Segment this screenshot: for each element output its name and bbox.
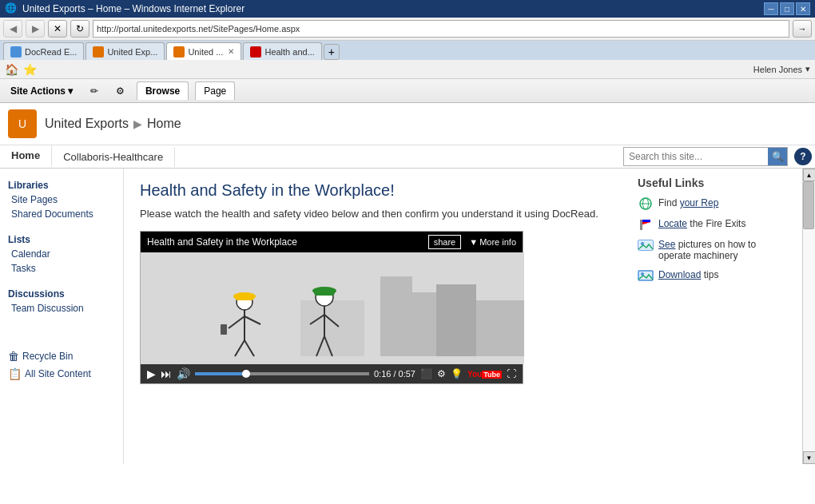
svg-line-11 [229,316,245,328]
browser-icon: 🌐 [5,2,18,15]
page-name: Home [147,117,181,131]
sidebar-item-recycle-bin[interactable]: 🗑 Recycle Bin [3,347,120,365]
sidebar-item-calendar[interactable]: Calendar [3,247,120,261]
recycle-bin-icon: 🗑 [8,350,19,363]
maximize-button[interactable]: □ [780,2,794,15]
svg-line-12 [245,316,260,324]
libraries-section[interactable]: Libraries [3,175,120,192]
breadcrumb-separator-icon: ▶ [133,117,142,130]
video-volume-button[interactable]: 🔊 [177,367,190,380]
sidebar-item-tasks[interactable]: Tasks [3,261,120,276]
new-tab-button[interactable]: + [324,44,340,60]
video-more-button[interactable]: ▼ More info [469,237,516,247]
find-rep-text: Find your Rep [658,197,718,208]
back-button[interactable]: ◀ [3,20,22,38]
content-heading: Health and Safety in the Workplace! [140,181,610,200]
window-controls: ─ □ ✕ [764,2,810,15]
scroll-up-button[interactable]: ▲ [803,169,816,181]
discussions-section[interactable]: Discussions [3,284,120,301]
svg-rect-29 [642,220,650,222]
nav-item-home[interactable]: Home [0,145,52,168]
ribbon-edit-icon[interactable]: ✏ [85,83,104,99]
video-cc-icon[interactable]: ⬛ [420,368,432,379]
useful-links-panel: Useful Links Find your Rep [626,169,802,464]
tab-label-united: United ... [188,47,223,57]
address-bar[interactable] [93,20,789,38]
flag-icon [638,218,654,231]
command-bar: 🏠 ⭐ Helen Jones ▾ [0,60,815,79]
all-site-icon: 📋 [8,367,22,380]
sidebar-item-team-discussion[interactable]: Team Discussion [3,301,120,315]
svg-text:U: U [18,117,26,130]
download-icon [638,269,654,282]
video-youtube-icon[interactable]: YouTube [467,370,502,379]
download-picture-icon [638,269,654,282]
home-icon[interactable]: 🏠 [5,63,18,76]
video-skip-button[interactable]: ⏭ [161,367,172,380]
minimize-button[interactable]: ─ [764,2,778,15]
video-progress-fill [195,372,242,375]
find-rep-link[interactable]: your Rep [680,197,719,208]
useful-link-locate: Locate the Fire Exits [638,218,791,231]
sp-site-header: U United Exports ▶ Home [0,103,815,145]
scroll-thumb[interactable] [803,181,814,229]
locate-text: Locate the Fire Exits [658,218,745,229]
ribbon-tab-page[interactable]: Page [195,81,235,100]
help-button[interactable]: ? [794,148,812,165]
video-share-button[interactable]: share [428,235,462,249]
user-name: Helen Jones [753,65,802,74]
refresh-button[interactable]: ↻ [70,20,89,38]
locate-icon [638,218,654,231]
tab-health[interactable]: Health and... [243,42,321,60]
svg-rect-4 [436,284,476,356]
tab-label-unitedexp: United Exp... [107,47,157,57]
tab-unitedexp[interactable]: United Exp... [85,42,165,60]
video-quality-icon[interactable]: 💡 [451,368,463,379]
sidebar-item-all-site-content[interactable]: 📋 All Site Content [3,365,120,383]
close-button[interactable]: ✕ [796,2,810,15]
sp-logo: U [8,109,37,138]
svg-rect-2 [380,276,412,356]
ribbon-tab-page-label: Page [204,85,226,97]
go-button[interactable]: → [793,20,812,38]
forward-button[interactable]: ▶ [26,20,45,38]
video-player: Health and Safety in the Workplace share… [140,231,523,384]
video-progress-bar[interactable] [195,372,369,375]
scroll-down-button[interactable]: ▼ [803,451,816,464]
download-link[interactable]: Download [658,269,701,280]
locate-link[interactable]: Locate [658,218,687,229]
ribbon-tab-browse-label: Browse [145,85,180,97]
lists-section[interactable]: Lists [3,229,120,247]
title-bar: 🌐 United Exports – Home – Windows Intern… [0,0,815,18]
useful-link-find-rep: Find your Rep [638,197,791,210]
useful-link-see: See pictures on how to operate machinery [638,239,791,261]
search-input[interactable] [624,148,768,165]
user-caret-icon[interactable]: ▾ [805,64,810,74]
site-actions-label: Site Actions [10,85,66,97]
browser-tabs: DocRead E... United Exp... United ... ✕ … [0,41,815,60]
favorites-icon[interactable]: ⭐ [23,63,37,76]
ribbon-settings-icon[interactable]: ⚙ [110,83,130,99]
search-button[interactable]: 🔍 [768,148,787,165]
sidebar-item-site-pages[interactable]: Site Pages [3,192,120,207]
svg-rect-10 [235,294,254,300]
site-actions-button[interactable]: Site Actions ▾ [5,83,78,99]
video-time: 0:16 / 0:57 [374,369,415,379]
picture-icon [638,239,654,252]
nav-item-collaboris[interactable]: Collaboris-Healthcare [52,147,175,167]
tab-united[interactable]: United ... ✕ [166,42,241,60]
site-name[interactable]: United Exports [45,117,129,131]
ribbon-tab-browse[interactable]: Browse [137,81,189,100]
tab-docread[interactable]: DocRead E... [3,42,84,60]
scroll-track [803,181,815,451]
stop-button[interactable]: ✕ [48,20,67,38]
tab-close-united[interactable]: ✕ [228,47,234,56]
video-settings-icon[interactable]: ⚙ [437,368,446,379]
search-box: 🔍 [623,147,788,166]
see-link[interactable]: See [658,239,675,250]
useful-link-download: Download tips [638,269,791,282]
sidebar-item-shared-docs[interactable]: Shared Documents [3,207,120,221]
video-play-button[interactable]: ▶ [147,367,156,380]
video-screen [141,252,524,364]
video-fullscreen-icon[interactable]: ⛶ [507,368,516,379]
